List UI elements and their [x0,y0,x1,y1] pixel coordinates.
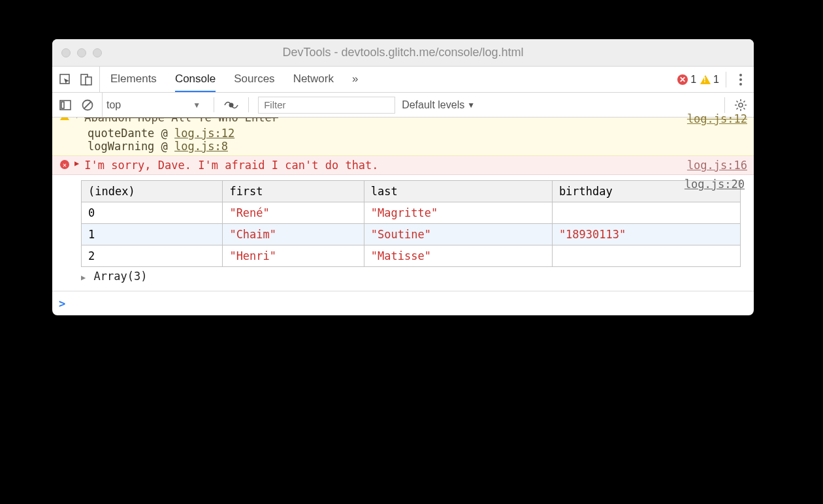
console-settings-icon[interactable] [733,97,749,113]
warning-counter[interactable]: 1 [700,74,719,86]
stack-fn: quoteDante [88,127,154,140]
svg-line-13 [737,101,738,102]
table-header-row: (index) first last birthday [82,181,741,202]
col-index[interactable]: (index) [82,181,223,202]
error-icon: ✕ [677,74,688,85]
svg-point-8 [739,103,743,107]
titlebar: DevTools - devtools.glitch.me/console/lo… [52,39,754,67]
console-sidebar-toggle-icon[interactable] [57,97,73,113]
tab-sources[interactable]: Sources [234,67,274,92]
error-count: 1 [690,74,696,86]
clear-console-icon[interactable] [80,97,95,113]
expand-toggle[interactable] [74,118,79,120]
console-prompt[interactable]: > [52,291,754,315]
source-link[interactable]: log.js:20 [685,178,745,191]
svg-line-15 [737,108,738,109]
settings-menu-button[interactable] [733,71,749,88]
tab-network[interactable]: Network [293,67,334,92]
col-first[interactable]: first [223,181,364,202]
warning-count: 1 [713,74,719,86]
device-toolbar-icon[interactable] [78,72,94,87]
chevron-down-icon: ▼ [193,101,201,110]
svg-line-6 [84,102,91,108]
context-label: top [106,99,121,111]
tabbar-left-tools [52,67,100,92]
prompt-chevron-icon: > [59,297,65,310]
source-link[interactable]: log.js:16 [687,159,747,172]
window-title: DevTools - devtools.glitch.me/console/lo… [52,46,754,59]
log-levels-select[interactable]: Default levels ▼ [402,99,475,111]
table-row: 2 "Henri" "Matisse" [82,245,741,267]
console-toolbar: top ▼ Default levels ▼ [52,93,754,118]
chevron-down-icon: ▼ [467,101,475,110]
tab-console[interactable]: Console [175,67,216,92]
table-row: 1 "Chaim" "Soutine" "18930113" [82,224,741,245]
svg-line-14 [743,108,745,109]
levels-label: Default levels [402,99,464,111]
svg-point-7 [229,102,234,107]
devtools-window: DevTools - devtools.glitch.me/console/lo… [52,39,754,315]
array-summary[interactable]: Array(3) [81,267,747,287]
table-row: 0 "René" "Magritte" [82,202,741,224]
console-message-table[interactable]: log.js:20 (index) first last birthday 0 … [52,175,754,291]
console-message-warning[interactable]: Abandon Hope All Ye Who Enter quoteDante… [52,118,754,156]
expand-toggle[interactable] [74,159,79,168]
console-log-pane: Abandon Hope All Ye Who Enter quoteDante… [52,118,754,315]
source-link[interactable]: log.js:12 [687,112,747,125]
stack-frame: quoteDante @ log.js:12 [84,127,683,140]
tab-elements[interactable]: Elements [110,67,157,92]
filter-input[interactable] [258,97,395,114]
svg-rect-4 [61,102,64,108]
svg-rect-2 [86,77,91,85]
tabbar: Elements Console Sources Network » ✕ 1 1 [52,67,754,93]
svg-line-16 [743,101,745,102]
expand-toggle[interactable] [81,273,86,282]
panel-tabs: Elements Console Sources Network » [100,67,358,92]
tabs-overflow[interactable]: » [352,67,358,92]
col-last[interactable]: last [364,181,552,202]
close-window-button[interactable] [61,48,71,57]
tabbar-right: ✕ 1 1 [677,67,754,92]
console-message-error[interactable]: ✕ I'm sorry, Dave. I'm afraid I can't do… [52,156,754,175]
traffic-lights [52,48,102,57]
source-link[interactable]: log.js:8 [174,140,228,153]
error-message-text: I'm sorry, Dave. I'm afraid I can't do t… [84,159,683,172]
prompt-input[interactable] [71,297,747,310]
execution-context-select[interactable]: top ▼ [102,93,204,117]
source-link[interactable]: log.js:12 [174,127,234,140]
console-table: (index) first last birthday 0 "René" "Ma… [81,180,741,267]
live-expression-icon[interactable] [223,97,239,113]
inspect-element-icon[interactable] [57,72,73,87]
zoom-window-button[interactable] [93,48,102,57]
warning-icon [700,75,711,84]
stack-frame: logWarning @ log.js:8 [84,140,683,153]
warning-icon [60,118,69,120]
error-counter[interactable]: ✕ 1 [677,74,696,86]
stack-fn: logWarning [88,140,154,153]
array-summary-label: Array(3) [93,270,147,283]
minimize-window-button[interactable] [77,48,86,57]
warning-message-text: Abandon Hope All Ye Who Enter [84,118,278,124]
error-icon: ✕ [60,160,69,169]
